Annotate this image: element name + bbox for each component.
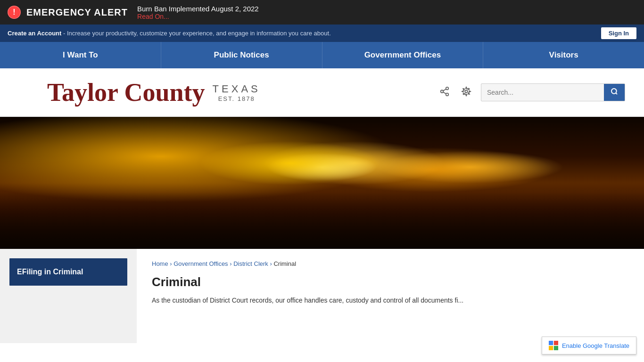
search-button[interactable]	[604, 84, 625, 101]
logo-texas: TEXAS	[213, 83, 261, 95]
account-bar-description: - Increase your productivity, customize …	[61, 30, 330, 37]
settings-button[interactable]	[459, 84, 473, 101]
svg-point-5	[465, 90, 468, 93]
logo-actions	[438, 83, 625, 101]
nav-item-government-offices[interactable]: Government Offices	[322, 42, 484, 68]
hero-street	[0, 192, 644, 249]
search-input[interactable]	[481, 85, 604, 100]
svg-point-1	[441, 90, 444, 93]
svg-rect-8	[549, 341, 553, 343]
emergency-bar: EMERGENCY ALERT Burn Ban Implemented Aug…	[0, 0, 644, 25]
translate-label: Enable Google Translate	[562, 342, 629, 344]
svg-rect-9	[554, 341, 558, 343]
svg-line-3	[443, 92, 446, 94]
logo-text: Taylor County TEXAS EST. 1878	[47, 78, 261, 107]
account-bar-text: Create an Account - Increase your produc…	[8, 30, 331, 37]
svg-point-2	[446, 93, 449, 96]
nav-item-public-notices[interactable]: Public Notices	[161, 42, 322, 68]
svg-line-4	[443, 89, 446, 90]
translate-widget[interactable]: Enable Google Translate	[542, 337, 636, 343]
sidebar: EFiling in Criminal	[0, 249, 137, 343]
breadcrumb: Home › Government Offices › District Cle…	[152, 260, 629, 267]
share-button[interactable]	[438, 84, 452, 101]
main-nav: I Want To Public Notices Government Offi…	[0, 42, 644, 68]
search-container	[481, 83, 625, 101]
breadcrumb-gov-offices[interactable]: Government Offices	[173, 260, 228, 267]
svg-line-7	[616, 93, 617, 94]
emergency-read-on-link[interactable]: Read On...	[137, 13, 169, 20]
create-account-link[interactable]: Create an Account	[8, 30, 61, 37]
svg-point-0	[446, 87, 449, 90]
logo-est: EST. 1878	[213, 95, 261, 102]
nav-item-i-want-to[interactable]: I Want To	[0, 42, 161, 68]
content-wrapper: EFiling in Criminal Home › Government Of…	[0, 249, 644, 343]
page-description: As the custodian of District Court recor…	[152, 295, 629, 305]
breadcrumb-district-clerk[interactable]: District Clerk	[233, 260, 268, 267]
page-title: Criminal	[152, 275, 629, 289]
emergency-content: Burn Ban Implemented August 2, 2022 Read…	[137, 5, 259, 20]
emergency-title: EMERGENCY ALERT	[26, 7, 128, 18]
logo-area: Taylor County TEXAS EST. 1878	[0, 68, 644, 117]
breadcrumb-home[interactable]: Home	[152, 260, 168, 267]
logo-main: Taylor County	[47, 78, 205, 107]
logo-sub: TEXAS EST. 1878	[213, 83, 261, 102]
google-translate-icon	[549, 341, 558, 343]
sidebar-item-efiling[interactable]: EFiling in Criminal	[9, 258, 127, 286]
breadcrumb-current: Criminal	[273, 260, 296, 267]
emergency-headline: Burn Ban Implemented August 2, 2022	[137, 5, 259, 13]
emergency-icon	[8, 6, 21, 19]
hero-image	[0, 117, 644, 249]
nav-item-visitors[interactable]: Visitors	[483, 42, 644, 68]
main-content: Home › Government Offices › District Cle…	[137, 249, 644, 343]
sign-in-button[interactable]: Sign In	[601, 27, 636, 39]
svg-point-6	[611, 89, 617, 94]
account-bar: Create an Account - Increase your produc…	[0, 25, 644, 42]
